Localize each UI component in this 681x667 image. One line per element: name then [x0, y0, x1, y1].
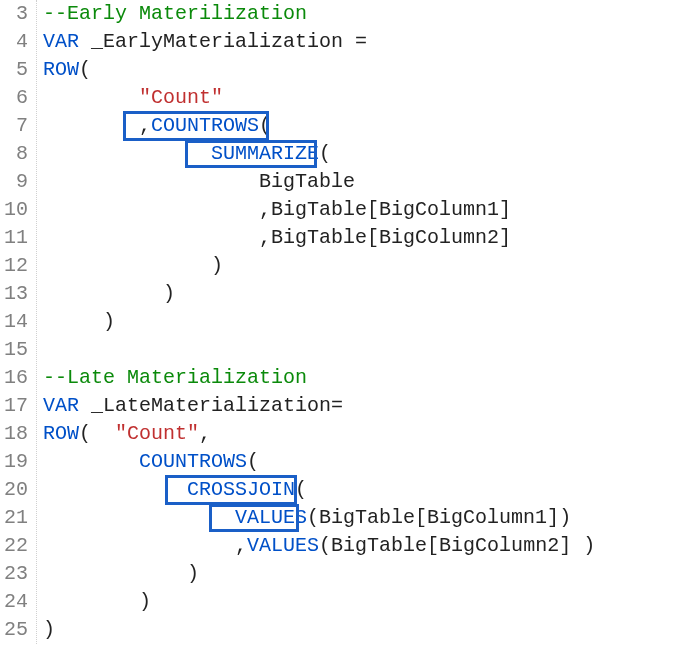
indent [43, 478, 187, 501]
punct-token: ) [571, 534, 595, 557]
keyword-token: ROW [43, 58, 79, 81]
line-number: 14 [4, 308, 28, 336]
string-token: "Count" [115, 422, 199, 445]
code-line[interactable]: ROW( [43, 56, 595, 84]
line-number: 12 [4, 252, 28, 280]
function-token: CROSSJOIN [187, 478, 295, 501]
line-number: 7 [4, 112, 28, 140]
code-line[interactable]: ) [43, 308, 595, 336]
code-line[interactable]: ,COUNTROWS( [43, 112, 595, 140]
code-line[interactable]: COUNTROWS( [43, 448, 595, 476]
punct-token: ) [43, 254, 223, 277]
identifier-token: _EarlyMaterialization = [79, 30, 367, 53]
indent [43, 142, 211, 165]
line-number: 24 [4, 588, 28, 616]
code-line[interactable]: ) [43, 588, 595, 616]
punct-token: ( [79, 422, 115, 445]
line-number: 4 [4, 28, 28, 56]
punct-token: ) [43, 310, 115, 333]
punct-token: , [43, 114, 151, 137]
punct-token: , [199, 422, 211, 445]
code-line[interactable]: VAR _EarlyMaterialization = [43, 28, 595, 56]
line-number: 9 [4, 168, 28, 196]
comment-token: --Late Materialization [43, 366, 307, 389]
line-number: 22 [4, 532, 28, 560]
line-number: 15 [4, 336, 28, 364]
line-number: 20 [4, 476, 28, 504]
line-number: 11 [4, 224, 28, 252]
function-token: COUNTROWS [151, 114, 259, 137]
indent [43, 506, 235, 529]
punct-token: ) [43, 282, 175, 305]
keyword-token: VAR [43, 394, 79, 417]
code-line[interactable]: VALUES(BigTable[BigColumn1]) [43, 504, 595, 532]
column-ref-token: BigTable[BigColumn2] [331, 534, 571, 557]
code-line[interactable]: --Early Materilization [43, 0, 595, 28]
column-ref-token: BigTable[BigColumn1] [319, 506, 559, 529]
code-line[interactable]: "Count" [43, 84, 595, 112]
punct-token: ) [43, 618, 55, 641]
identifier-token: _LateMaterialization= [79, 394, 343, 417]
column-ref-token: BigTable[BigColumn1] [271, 198, 511, 221]
line-number-gutter: 3 4 5 6 7 8 9 10 11 12 13 14 15 16 17 18… [0, 0, 37, 644]
code-line[interactable]: ) [43, 616, 595, 644]
code-editor: 3 4 5 6 7 8 9 10 11 12 13 14 15 16 17 18… [0, 0, 681, 644]
line-number: 19 [4, 448, 28, 476]
line-number: 8 [4, 140, 28, 168]
line-number: 17 [4, 392, 28, 420]
code-line[interactable]: ) [43, 560, 595, 588]
punct-token: ) [559, 506, 571, 529]
line-number: 5 [4, 56, 28, 84]
punct-token: ) [43, 562, 199, 585]
line-number: 23 [4, 560, 28, 588]
indent [43, 86, 139, 109]
code-line[interactable] [43, 336, 595, 364]
code-line[interactable]: SUMMARIZE( [43, 140, 595, 168]
code-line[interactable]: ,BigTable[BigColumn1] [43, 196, 595, 224]
function-token: VALUES [247, 534, 319, 557]
line-number: 3 [4, 0, 28, 28]
line-number: 18 [4, 420, 28, 448]
line-number: 10 [4, 196, 28, 224]
punct-token: ( [247, 450, 259, 473]
line-number: 13 [4, 280, 28, 308]
line-number: 6 [4, 84, 28, 112]
code-area[interactable]: --Early Materilization VAR _EarlyMateria… [37, 0, 595, 644]
punct-token: ( [319, 142, 331, 165]
function-token: VALUES [235, 506, 307, 529]
punct-token: ( [319, 534, 331, 557]
punct-token: ( [307, 506, 319, 529]
punct-token: ( [259, 114, 271, 137]
function-token: COUNTROWS [139, 450, 247, 473]
code-line[interactable]: --Late Materialization [43, 364, 595, 392]
indent [43, 450, 139, 473]
punct-token: ) [43, 590, 151, 613]
punct-token: , [43, 534, 247, 557]
function-token: SUMMARIZE [211, 142, 319, 165]
punct-token: , [43, 198, 271, 221]
code-line[interactable]: VAR _LateMaterialization= [43, 392, 595, 420]
punct-token: ( [79, 58, 91, 81]
line-number: 16 [4, 364, 28, 392]
line-number: 21 [4, 504, 28, 532]
string-token: "Count" [139, 86, 223, 109]
code-line[interactable]: BigTable [43, 168, 595, 196]
punct-token: , [43, 226, 271, 249]
comment-token: --Early Materilization [43, 2, 307, 25]
punct-token: ( [295, 478, 307, 501]
code-line[interactable]: ROW( "Count", [43, 420, 595, 448]
keyword-token: VAR [43, 30, 79, 53]
keyword-token: ROW [43, 422, 79, 445]
code-line[interactable]: CROSSJOIN( [43, 476, 595, 504]
code-line[interactable]: ) [43, 280, 595, 308]
identifier-token: BigTable [43, 170, 355, 193]
code-line[interactable]: ,BigTable[BigColumn2] [43, 224, 595, 252]
code-line[interactable]: ) [43, 252, 595, 280]
code-line[interactable]: ,VALUES(BigTable[BigColumn2] ) [43, 532, 595, 560]
column-ref-token: BigTable[BigColumn2] [271, 226, 511, 249]
line-number: 25 [4, 616, 28, 644]
